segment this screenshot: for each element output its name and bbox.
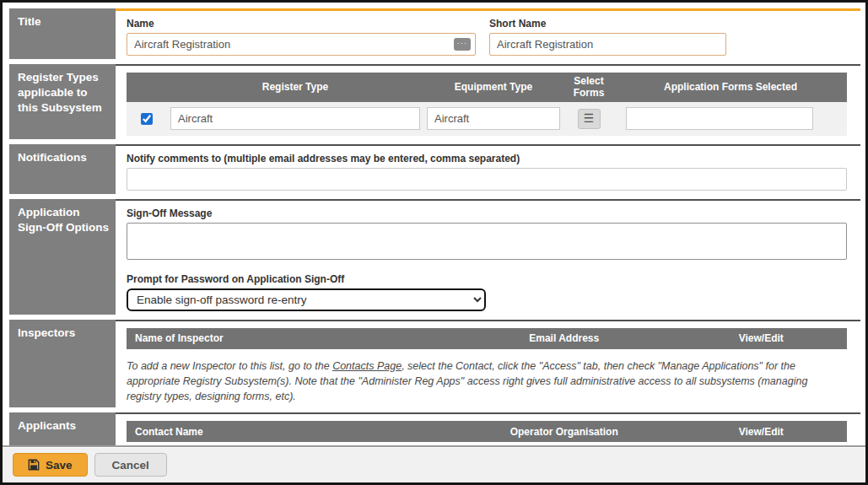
- notify-comments-label: Notify comments to (multiple email addre…: [127, 153, 847, 164]
- section-body-applicants: Contact Name Operator Organisation View/…: [116, 412, 860, 445]
- applicants-header-row: Contact Name Operator Organisation View/…: [127, 421, 847, 442]
- floppy-disk-icon: [28, 459, 40, 471]
- sign-off-message-label: Sign-Off Message: [127, 207, 847, 219]
- cancel-button-label: Cancel: [112, 459, 149, 472]
- section-body-notifications: Notify comments to (multiple email addre…: [116, 144, 860, 199]
- select-forms-button[interactable]: ☰: [578, 109, 601, 129]
- header-contact-name: Contact Name: [135, 426, 445, 438]
- header-select-forms: Select Forms: [563, 73, 614, 102]
- register-type-checkbox[interactable]: [141, 113, 153, 125]
- notify-comments-input[interactable]: [127, 168, 847, 191]
- header-operator-organisation: Operator Organisation: [445, 426, 684, 438]
- section-inspectors: Inspectors Name of Inspector Email Addre…: [9, 320, 860, 412]
- header-register-type: Register Type: [167, 78, 423, 95]
- cancel-button[interactable]: Cancel: [94, 453, 167, 477]
- inspectors-note: To add a new Inspector to this list, go …: [127, 358, 847, 404]
- section-body-title: Name ··· Short Name: [116, 8, 860, 64]
- application-forms-selected-input[interactable]: [626, 107, 813, 130]
- save-button-label: Save: [46, 459, 73, 472]
- register-types-header-row: Register Type Equipment Type Select Form…: [127, 73, 847, 102]
- inspectors-note-before: To add a new Inspector to this list, go …: [127, 360, 332, 372]
- header-application-forms-selected: Application Forms Selected: [614, 78, 847, 95]
- section-body-sign-off: Sign-Off Message Prompt for Password on …: [116, 199, 860, 320]
- section-title: Title Name ··· Short Name: [9, 8, 860, 64]
- short-name-label: Short Name: [489, 18, 726, 30]
- subsystem-settings-window: Title Name ··· Short Name: [0, 0, 868, 485]
- password-prompt-label: Prompt for Password on Application Sign-…: [127, 273, 847, 285]
- equipment-type-input[interactable]: [427, 107, 560, 130]
- section-label-register-types: Register Types applicable to this Subsys…: [9, 64, 116, 139]
- footer-bar: Save Cancel: [3, 445, 865, 482]
- section-label-inspectors: Inspectors: [9, 320, 116, 407]
- password-prompt-select[interactable]: Enable sign-off password re-entry: [127, 288, 486, 311]
- hamburger-icon: ☰: [584, 111, 595, 125]
- short-name-input[interactable]: [489, 33, 726, 56]
- header-checkbox-spacer: [127, 84, 167, 89]
- header-name-of-inspector: Name of Inspector: [135, 332, 445, 344]
- text-expand-icon[interactable]: ···: [454, 38, 471, 51]
- header-email-address: Email Address: [445, 332, 684, 344]
- contacts-page-link[interactable]: Contacts Page: [332, 360, 402, 372]
- section-applicants: Applicants Contact Name Operator Organis…: [9, 412, 860, 445]
- section-label-applicants: Applicants: [9, 412, 116, 445]
- save-button[interactable]: Save: [13, 453, 88, 477]
- register-types-table: Register Type Equipment Type Select Form…: [127, 73, 847, 136]
- inspectors-header-row: Name of Inspector Email Address View/Edi…: [127, 328, 847, 349]
- section-label-sign-off: Application Sign-Off Options: [9, 199, 116, 315]
- name-input[interactable]: [127, 33, 476, 56]
- section-label-title: Title: [9, 8, 116, 59]
- section-label-notifications: Notifications: [9, 144, 116, 194]
- register-type-row: ☰: [127, 102, 847, 136]
- register-type-input[interactable]: [170, 107, 420, 130]
- section-body-register-types: Register Type Equipment Type Select Form…: [116, 64, 860, 144]
- section-register-types: Register Types applicable to this Subsys…: [9, 64, 860, 144]
- short-name-field-group: Short Name: [489, 18, 726, 56]
- section-body-inspectors: Name of Inspector Email Address View/Edi…: [116, 320, 860, 412]
- form-area: Title Name ··· Short Name: [3, 3, 865, 445]
- header-equipment-type: Equipment Type: [423, 78, 563, 95]
- section-sign-off-options: Application Sign-Off Options Sign-Off Me…: [9, 199, 860, 320]
- name-label: Name: [127, 18, 476, 30]
- name-field-group: Name ···: [127, 18, 476, 56]
- header-view-edit-applicants: View/Edit: [684, 426, 839, 438]
- header-view-edit-inspectors: View/Edit: [684, 332, 839, 344]
- sign-off-message-textarea[interactable]: [127, 223, 847, 260]
- section-notifications: Notifications Notify comments to (multip…: [9, 144, 860, 199]
